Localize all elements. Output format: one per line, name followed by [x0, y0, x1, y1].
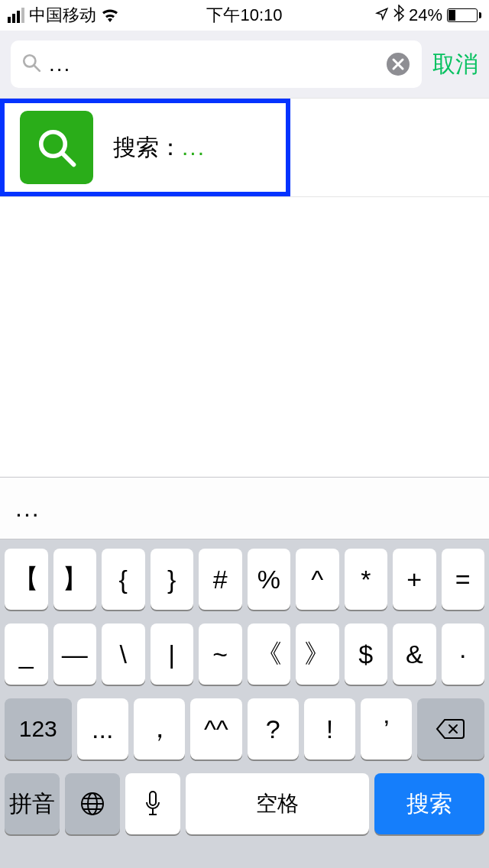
candidate-text: ... [15, 494, 40, 523]
key-mode-123[interactable]: 123 [5, 698, 72, 760]
key-sym[interactable]: { [102, 549, 145, 610]
key-sym[interactable]: # [199, 549, 242, 610]
key-sym[interactable]: ~ [199, 623, 242, 685]
key-sym[interactable]: % [248, 549, 291, 610]
keyboard-row-2: _ — \ | ~ 《 》 $ & · [5, 623, 484, 685]
carrier-label: 中国移动 [29, 4, 96, 27]
bluetooth-icon [393, 5, 404, 26]
status-bar: 中国移动 下午10:10 24% [0, 0, 489, 31]
key-sym[interactable]: + [393, 549, 436, 610]
search-online-row[interactable]: 搜索：... [0, 99, 290, 196]
key-sym[interactable]: 》 [296, 623, 339, 685]
keyboard-row-1: 【 】 { } # % ^ * + = [5, 549, 484, 610]
search-prefix: 搜索： [113, 134, 182, 160]
key-sym[interactable]: \ [102, 623, 145, 685]
key-sym[interactable]: 【 [5, 549, 48, 610]
keyboard-row-4: 拼音 空格 搜索 [5, 773, 484, 834]
key-sym[interactable]: _ [5, 623, 48, 685]
cancel-button[interactable]: 取消 [432, 49, 478, 80]
key-sym[interactable]: * [345, 549, 388, 610]
search-online-icon [20, 111, 93, 184]
wifi-icon [101, 8, 119, 22]
search-header: ... 取消 [0, 31, 489, 98]
keyboard: 【 】 { } # % ^ * + = _ — \ | ~ 《 》 $ & · … [0, 539, 489, 868]
location-icon [375, 5, 389, 25]
key-mic[interactable] [125, 773, 180, 834]
key-sym[interactable]: 《 [248, 623, 291, 685]
key-sym[interactable]: — [53, 623, 97, 685]
search-online-label: 搜索：... [113, 132, 206, 164]
key-sym[interactable]: & [393, 623, 436, 685]
search-icon [21, 53, 41, 76]
key-sym[interactable]: ^ [296, 549, 339, 610]
key-sym[interactable]: ^^ [190, 698, 241, 760]
search-term: ... [182, 134, 206, 160]
key-sym[interactable]: ... [77, 698, 128, 760]
key-sym[interactable]: 】 [53, 549, 97, 610]
key-sym[interactable]: ， [134, 698, 185, 760]
signal-icon [8, 8, 24, 23]
battery-icon [447, 8, 481, 22]
key-ime[interactable]: 拼音 [5, 773, 60, 834]
key-sym[interactable]: = [442, 549, 485, 610]
svg-line-1 [34, 65, 40, 71]
key-sym[interactable]: · [442, 623, 485, 685]
battery-pct-label: 24% [409, 5, 442, 25]
search-input[interactable]: ... [11, 40, 422, 88]
key-backspace[interactable] [417, 698, 484, 760]
results-area: 搜索：... [0, 98, 489, 197]
key-enter[interactable]: 搜索 [374, 773, 484, 834]
key-sym[interactable]: ’ [361, 698, 412, 760]
key-globe[interactable] [65, 773, 120, 834]
keyboard-row-3: 123 ... ， ^^ ? ! ’ [5, 698, 484, 760]
key-sym[interactable]: ? [248, 698, 299, 760]
key-sym[interactable]: ! [304, 698, 355, 760]
search-input-text: ... [49, 52, 377, 76]
svg-rect-8 [150, 792, 156, 805]
key-sym[interactable]: } [151, 549, 194, 610]
candidate-bar[interactable]: ... [0, 477, 489, 539]
clear-icon[interactable] [385, 51, 411, 77]
svg-line-4 [62, 153, 74, 165]
key-sym[interactable]: $ [345, 623, 388, 685]
key-sym[interactable]: | [151, 623, 194, 685]
key-space[interactable]: 空格 [186, 773, 369, 834]
